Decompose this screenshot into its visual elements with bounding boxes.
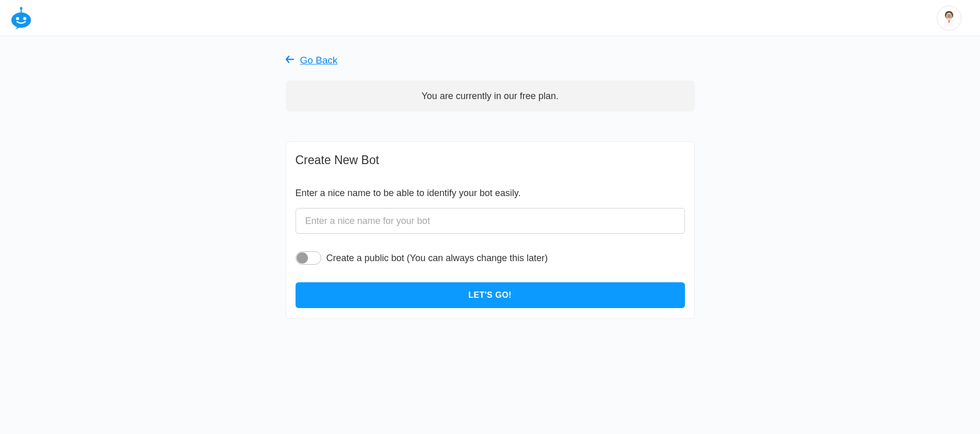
svg-point-2	[11, 12, 31, 28]
plan-message: You are currently in our free plan.	[421, 91, 559, 102]
public-toggle-row: Create a public bot (You can always chan…	[296, 251, 685, 265]
toggle-thumb	[297, 252, 308, 264]
avatar-icon	[937, 6, 961, 30]
go-back-link[interactable]: Go Back	[286, 55, 695, 66]
go-back-label: Go Back	[300, 55, 338, 66]
public-toggle-label: Create a public bot (You can always chan…	[326, 253, 548, 264]
svg-point-9	[947, 15, 948, 17]
chatbot-logo-icon	[10, 7, 32, 29]
bot-name-input[interactable]	[296, 208, 685, 234]
plan-banner: You are currently in our free plan.	[286, 81, 695, 111]
lets-go-button[interactable]: LET'S GO!	[296, 282, 685, 308]
svg-point-4	[23, 17, 26, 20]
public-bot-toggle[interactable]	[296, 251, 321, 265]
svg-point-3	[16, 17, 19, 20]
bot-name-label: Enter a nice name to be able to identify…	[296, 188, 685, 199]
arrow-left-icon	[286, 56, 294, 65]
create-bot-card: Create New Bot Enter a nice name to be a…	[286, 141, 695, 319]
page-content: Go Back You are currently in our free pl…	[0, 36, 980, 319]
card-title: Create New Bot	[296, 153, 685, 167]
app-logo[interactable]	[10, 7, 32, 29]
svg-point-1	[20, 7, 23, 9]
app-header	[0, 0, 980, 36]
user-avatar[interactable]	[937, 6, 961, 30]
svg-point-10	[950, 15, 951, 17]
content-container: Go Back You are currently in our free pl…	[286, 55, 695, 319]
